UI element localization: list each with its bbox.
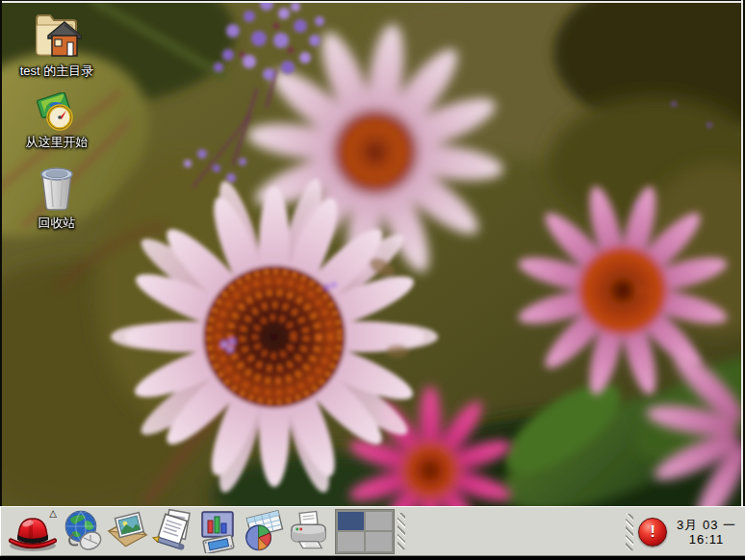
panel-right-section: ! 3月 03 一 16:11 xyxy=(623,507,740,556)
workspace-cell[interactable] xyxy=(366,532,392,551)
alert-glyph: ! xyxy=(650,523,655,540)
alert-notification-button[interactable]: ! xyxy=(636,516,669,548)
bottom-panel: △ xyxy=(0,506,745,556)
launcher-presentation[interactable] xyxy=(195,508,241,554)
workspace-cell[interactable] xyxy=(338,512,364,531)
web-browser-icon xyxy=(61,509,105,553)
trash-icon xyxy=(37,164,77,212)
menu-arrow-icon: △ xyxy=(49,509,57,519)
launcher-web-browser[interactable] xyxy=(60,508,105,554)
launcher-email[interactable] xyxy=(105,508,150,554)
workspace-cell[interactable] xyxy=(338,532,364,551)
printer-icon xyxy=(286,510,331,552)
redhat-menu-icon xyxy=(7,513,59,553)
desktop-icon-label: 从这里开始 xyxy=(26,134,89,151)
panel-drag-handle[interactable] xyxy=(626,514,633,550)
clock-time: 16:11 xyxy=(677,532,736,547)
launcher-spreadsheet[interactable] xyxy=(241,508,286,554)
workspace-switcher[interactable] xyxy=(335,509,395,554)
desktop-icon-label: test 的主目录 xyxy=(20,63,94,80)
clock-date: 3月 03 一 xyxy=(677,518,736,532)
screen: test 的主目录 从这里开始 xyxy=(0,0,745,560)
alert-notification-icon: ! xyxy=(638,518,667,547)
desktop-icon-label: 回收站 xyxy=(39,215,76,232)
presentation-icon xyxy=(196,509,241,553)
screen-bottom-strip xyxy=(0,556,745,560)
main-menu-button[interactable]: △ xyxy=(6,509,60,553)
start-here-icon xyxy=(37,92,77,131)
panel-drag-handle[interactable] xyxy=(398,513,405,549)
desktop-icon-trash[interactable]: 回收站 xyxy=(4,164,110,232)
launcher-word-processor[interactable] xyxy=(150,508,195,554)
desktop[interactable]: test 的主目录 从这里开始 xyxy=(0,0,745,506)
home-folder-icon xyxy=(29,8,85,60)
wallpaper-photo xyxy=(0,0,745,506)
workspace-cell[interactable] xyxy=(366,512,392,531)
clock-applet[interactable]: 3月 03 一 16:11 xyxy=(677,518,740,547)
email-icon xyxy=(105,510,150,552)
desktop-icon-start-here[interactable]: 从这里开始 xyxy=(4,92,110,151)
spreadsheet-icon xyxy=(241,510,286,552)
word-processor-icon xyxy=(150,509,195,553)
launcher-printer[interactable] xyxy=(286,508,331,554)
desktop-icon-home-folder[interactable]: test 的主目录 xyxy=(4,8,110,80)
